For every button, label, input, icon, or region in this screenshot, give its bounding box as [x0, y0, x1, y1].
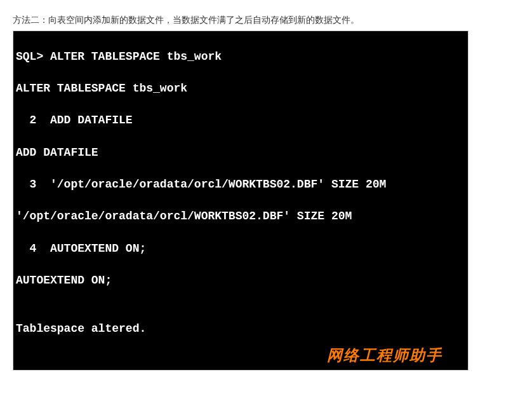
terminal-line: Tablespace altered. — [16, 321, 465, 337]
terminal-block-1: SQL> ALTER TABLESPACE tbs_work ALTER TAB… — [13, 31, 469, 371]
terminal-line: '/opt/oracle/oradata/orcl/WORKTBS02.DBF'… — [16, 208, 465, 224]
terminal-line: SQL> ALTER TABLESPACE tbs_work — [16, 49, 465, 65]
terminal-line: AUTOEXTEND ON; — [16, 273, 465, 289]
terminal-line: 2 ADD DATAFILE — [16, 113, 465, 128]
terminal-line: 3 '/opt/oracle/oradata/orcl/WORKTBS02.DB… — [16, 177, 465, 193]
terminal-line: ALTER TABLESPACE tbs_work — [16, 81, 465, 97]
watermark-text: 网络工程师助手 — [327, 345, 442, 367]
terminal-line: ADD DATAFILE — [16, 145, 465, 161]
section1-caption: 方法二：向表空间内添加新的数据文件，当数据文件满了之后自动存储到新的数据文件。 — [13, 13, 519, 27]
terminal-line: 4 AUTOEXTEND ON; — [16, 241, 465, 257]
